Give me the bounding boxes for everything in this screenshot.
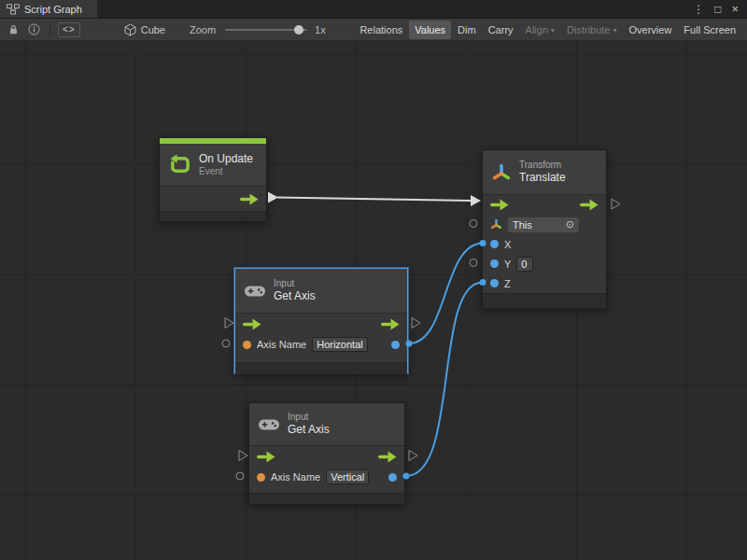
graph-owner-label: Cube: [141, 24, 165, 35]
x-port-row: X: [483, 234, 606, 254]
overview-button[interactable]: Overview: [624, 21, 678, 39]
node-footer: [235, 362, 407, 374]
y-port-row: Y 0: [483, 254, 606, 273]
lock-button[interactable]: [4, 21, 23, 39]
script-graph-icon: [7, 4, 20, 15]
flow-input-port[interactable]: [243, 318, 261, 330]
chevron-down-icon: ▾: [613, 26, 617, 35]
info-icon: [28, 23, 40, 35]
window-controls: ⋮ □ ×: [693, 0, 747, 18]
control-wire-end-arrow: [471, 195, 481, 206]
title-bar: Script Graph ⋮ □ ×: [0, 0, 747, 19]
node-title: Get Axis: [288, 423, 330, 437]
values-button[interactable]: Values: [409, 21, 451, 39]
flow-output-port[interactable]: [381, 318, 400, 330]
translate-this-port-marker[interactable]: [470, 220, 477, 228]
code-icon: <>: [63, 24, 76, 35]
node-title: On Update: [199, 152, 253, 166]
tab-script-graph[interactable]: Script Graph: [0, 0, 97, 18]
axis-name-label: Axis Name: [271, 471, 320, 483]
translate-header[interactable]: Transform Translate: [483, 150, 606, 195]
node-category: Transform: [519, 160, 566, 171]
maximize-icon[interactable]: □: [714, 4, 721, 15]
zoom-label: Zoom: [190, 24, 216, 35]
z-port-row: Z: [483, 273, 606, 293]
y-value-field[interactable]: 0: [516, 257, 533, 272]
axis-name-field[interactable]: Vertical: [326, 469, 369, 484]
flow-output-port[interactable]: [580, 199, 599, 211]
node-footer: [160, 211, 266, 221]
get-axis-header[interactable]: Input Get Axis: [249, 403, 404, 446]
y-port-label: Y: [504, 259, 511, 270]
align-dropdown[interactable]: Align ▾: [520, 21, 560, 39]
dim-button[interactable]: Dim: [452, 21, 482, 39]
control-ports-row: [483, 195, 606, 215]
node-body-spacer: [235, 355, 407, 362]
gamepad-icon: [244, 283, 266, 299]
graph-toolbar: <> Cube Zoom 1x Relations Values Dim Car…: [0, 19, 747, 41]
axis-name-row: Axis Name Vertical: [249, 467, 404, 487]
get-axis-horizontal-node[interactable]: Input Get Axis Axis Name Horizontal: [234, 268, 408, 373]
graph-owner-button[interactable]: Cube: [119, 21, 171, 39]
axis-name-input-port[interactable]: [257, 473, 265, 482]
node-title: Translate: [519, 171, 566, 185]
carry-button[interactable]: Carry: [483, 21, 519, 39]
this-object-field[interactable]: This ⊙: [508, 217, 579, 232]
get-axis-h-flow-out-marker[interactable]: [412, 318, 420, 329]
get-axis-h-value-in-marker[interactable]: [222, 340, 230, 347]
zoom-slider[interactable]: [225, 24, 307, 35]
get-axis-header[interactable]: Input Get Axis: [235, 269, 407, 314]
translate-flow-out-marker[interactable]: [612, 199, 620, 209]
control-ports-row: [235, 314, 407, 334]
full-screen-button[interactable]: Full Screen: [678, 21, 741, 39]
edit-source-button[interactable]: <>: [58, 22, 80, 37]
relations-button[interactable]: Relations: [354, 21, 408, 39]
node-footer: [249, 493, 404, 504]
transform-mini-icon: [490, 218, 502, 231]
flow-output-port[interactable]: [240, 193, 259, 205]
transform-icon: [491, 162, 512, 183]
control-connection[interactable]: [277, 198, 472, 202]
tab-title: Script Graph: [24, 4, 82, 15]
on-update-loop-icon: [168, 153, 191, 176]
translate-node[interactable]: Transform Translate This ⊙: [482, 149, 607, 308]
object-picker-icon[interactable]: ⊙: [566, 218, 574, 231]
result-output-port[interactable]: [391, 341, 400, 349]
y-input-port[interactable]: [490, 259, 499, 268]
get-axis-vertical-node[interactable]: Input Get Axis Axis Name Vertical: [248, 402, 405, 503]
z-input-port[interactable]: [490, 279, 499, 287]
toolbar-buttons: Relations Values Dim Carry Align ▾ Distr…: [354, 21, 743, 39]
toolbar-separator: [49, 22, 50, 36]
close-icon[interactable]: ×: [731, 3, 739, 15]
result-output-port[interactable]: [388, 473, 397, 482]
node-category: Input: [274, 278, 316, 289]
gamepad-icon: [258, 416, 280, 432]
get-axis-h-flow-in-marker[interactable]: [225, 318, 233, 329]
axis-name-input-port[interactable]: [243, 341, 251, 349]
x-input-port[interactable]: [490, 240, 499, 248]
graph-canvas[interactable]: On Update Event Transform Translate: [0, 41, 747, 560]
node-subtitle: Event: [199, 166, 253, 177]
horizontal-to-x-connection[interactable]: [409, 244, 483, 344]
inspect-button[interactable]: [23, 21, 45, 39]
window-menu-icon[interactable]: ⋮: [693, 4, 704, 15]
axis-name-label: Axis Name: [257, 339, 306, 350]
on-update-header[interactable]: On Update Event: [160, 144, 266, 187]
flow-input-port[interactable]: [257, 451, 275, 463]
control-wire-start-arrow: [268, 192, 278, 203]
on-update-node[interactable]: On Update Event: [159, 137, 267, 221]
flow-output-port[interactable]: [378, 451, 397, 463]
vertical-to-z-connection[interactable]: [406, 283, 483, 477]
axis-name-field[interactable]: Horizontal: [312, 337, 368, 352]
get-axis-v-flow-in-marker[interactable]: [239, 451, 247, 461]
translate-y-port-marker[interactable]: [470, 259, 477, 267]
zoom-slider-handle[interactable]: [294, 25, 303, 35]
distribute-dropdown[interactable]: Distribute ▾: [561, 21, 622, 39]
flow-input-port[interactable]: [490, 199, 509, 211]
zoom-value: 1x: [315, 24, 326, 35]
this-value: This: [513, 219, 532, 231]
z-port-label: Z: [504, 278, 511, 289]
this-port-row: This ⊙: [483, 215, 606, 234]
get-axis-v-value-in-marker[interactable]: [236, 472, 244, 480]
get-axis-v-flow-out-marker[interactable]: [409, 451, 417, 461]
